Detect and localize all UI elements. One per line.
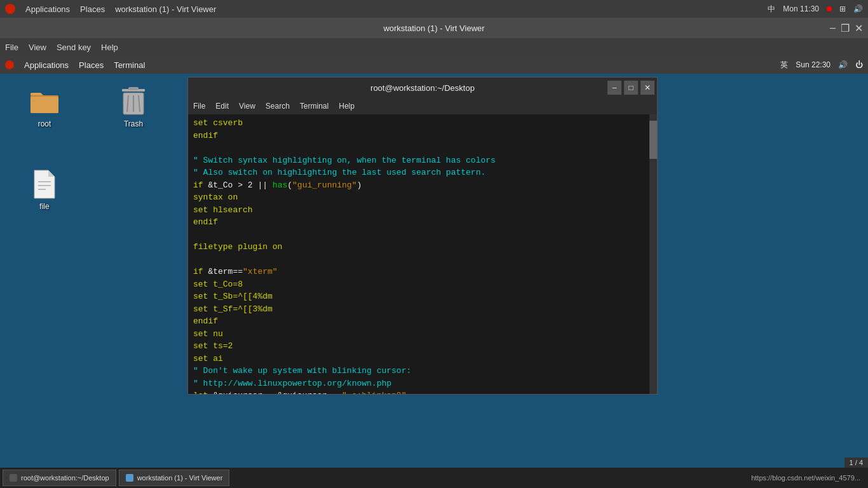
terminal-restore-button[interactable]: □ [624,81,638,95]
guest-applications-menu[interactable]: Applications [24,60,69,70]
terminal-terminal-menu[interactable]: Terminal [300,102,329,111]
code-line-6: if &t_Co > 2 || has("gui_running") [193,179,652,192]
code-line-20: set ai [193,353,652,365]
taskbar-virt-viewer-label: workstation (1) - Virt Viewer [137,474,223,482]
guest-topbar: Applications Places Terminal 英 Sun 22:30… [0,56,868,74]
svg-rect-3 [128,87,139,90]
code-line-22: " http://www.linuxpowertop.org/known.php [193,377,652,390]
code-line-23: let &guicursor = &guicursor . ",a:blinko… [193,390,652,394]
host-topbar: Applications Places workstation (1) - Vi… [0,0,868,18]
host-app-icon [5,4,15,14]
virt-viewer-sendkey-menu[interactable]: Send key [57,43,91,52]
code-line-12 [193,254,652,266]
guest-status-area: 英 Sun 22:30 🔊 ⏻ [780,60,863,71]
host-audio-icon: 🔊 [853,4,863,13]
terminal-content[interactable]: set csverb endif " Switch syntax highlig… [188,114,657,394]
code-line-1: set csverb [193,117,652,130]
guest-time: Sun 22:30 [796,60,831,69]
taskbar-terminal-item[interactable]: root@workstation:~/Desktop [3,470,116,486]
trash-icon[interactable]: Trash [108,86,159,128]
virt-viewer-view-menu[interactable]: View [29,43,46,52]
host-dot [827,6,832,11]
code-line-15: set t_Sb=^[[4%dm [193,290,652,303]
code-line-17: endif [193,315,652,328]
host-network-icon: ⊞ [839,4,846,13]
terminal-menubar: File Edit View Search Terminal Help [188,98,657,114]
host-time: Mon 11:30 [783,4,819,13]
root-folder-icon[interactable]: root [19,86,70,128]
taskbar-terminal-icon [10,474,17,482]
terminal-view-menu[interactable]: View [239,102,255,111]
terminal-help-menu[interactable]: Help [339,102,355,111]
terminal-title: root@workstation:~/Desktop [370,83,475,93]
taskbar-terminal-label: root@workstation:~/Desktop [21,474,109,482]
code-line-18: set nu [193,328,652,341]
guest-audio-icon: 🔊 [838,60,848,69]
host-applications-menu[interactable]: Applications [25,4,70,14]
guest-app-icon [5,60,14,69]
folder-svg [29,88,60,116]
terminal-close-button[interactable]: ✕ [641,81,654,95]
code-line-16: set t_Sf=^[[3%dm [193,303,652,316]
code-line-14: set t_Co=8 [193,278,652,291]
virt-viewer-help-menu[interactable]: Help [101,43,118,52]
root-icon-label: root [38,119,51,128]
guest-lang: 英 [780,60,788,71]
host-status-area: 中 Mon 11:30 ⊞ 🔊 [768,4,863,15]
virt-viewer-window-controls: – ❒ ✕ [830,22,863,34]
code-line-3 [193,142,652,154]
code-line-4: " Switch syntax highlighting on, when th… [193,154,652,167]
taskbar-url: https://blog.csdn.net/weixin_4579... [751,474,860,482]
terminal-minimize-button[interactable]: – [607,81,621,95]
trash-svg [119,86,147,117]
terminal-file-menu[interactable]: File [193,102,205,111]
terminal-search-menu[interactable]: Search [266,102,290,111]
host-window-title: workstation (1) - Virt Viewer [115,4,216,14]
terminal-window-controls: – □ ✕ [607,81,654,95]
code-line-13: if &term=="xterm" [193,266,652,278]
code-line-9: endif [193,216,652,229]
file-svg [32,169,57,200]
file-icon-image [29,169,60,200]
restore-button[interactable]: ❒ [841,22,850,34]
trash-icon-label: Trash [124,119,143,128]
virt-viewer-window: Applications Places workstation (1) - Vi… [0,0,868,488]
terminal-scrollbar[interactable] [649,114,657,394]
host-lang: 中 [768,4,775,15]
taskbar-virt-viewer-icon [126,474,133,482]
code-line-7: syntax on [193,191,652,204]
guest-area: Applications Places Terminal 英 Sun 22:30… [0,56,868,488]
terminal-edit-menu[interactable]: Edit [215,102,229,111]
close-button[interactable]: ✕ [855,22,863,34]
code-line-21: " Don't wake up system with blinking cur… [193,365,652,377]
guest-power-icon[interactable]: ⏻ [855,60,863,69]
code-line-5: " Also switch on highlighting the last u… [193,166,652,179]
code-line-11: filetype plugin on [193,241,652,254]
terminal-window: root@workstation:~/Desktop – □ ✕ File Ed… [187,77,658,395]
code-line-2: endif [193,130,652,142]
terminal-titlebar: root@workstation:~/Desktop – □ ✕ [188,78,657,98]
guest-terminal-menu[interactable]: Terminal [114,60,145,70]
file-icon-label: file [39,202,49,211]
code-line-19: set ts=2 [193,340,652,353]
page-indicator: 1 / 4 [844,458,868,468]
svg-rect-1 [31,97,58,113]
code-line-10 [193,229,652,241]
terminal-scrollbar-thumb [649,121,657,159]
host-places-menu[interactable]: Places [80,4,105,14]
taskbar-right-area: https://blog.csdn.net/weixin_4579... [751,474,865,482]
desktop: root Trash [0,74,868,488]
folder-icon-image [29,86,60,117]
virt-viewer-title: workstation (1) - Virt Viewer [383,24,484,33]
guest-places-menu[interactable]: Places [79,60,104,70]
minimize-button[interactable]: – [830,22,836,34]
taskbar-virt-viewer-item[interactable]: workstation (1) - Virt Viewer [119,470,230,486]
virt-viewer-menubar: File View Send key Help [0,38,868,56]
guest-taskbar: root@workstation:~/Desktop workstation (… [0,468,868,488]
trash-icon-image [118,86,149,117]
virt-viewer-file-menu[interactable]: File [5,43,18,52]
file-icon[interactable]: file [19,169,70,211]
code-line-8: set hlsearch [193,204,652,217]
virt-viewer-titlebar: workstation (1) - Virt Viewer – ❒ ✕ [0,18,868,38]
